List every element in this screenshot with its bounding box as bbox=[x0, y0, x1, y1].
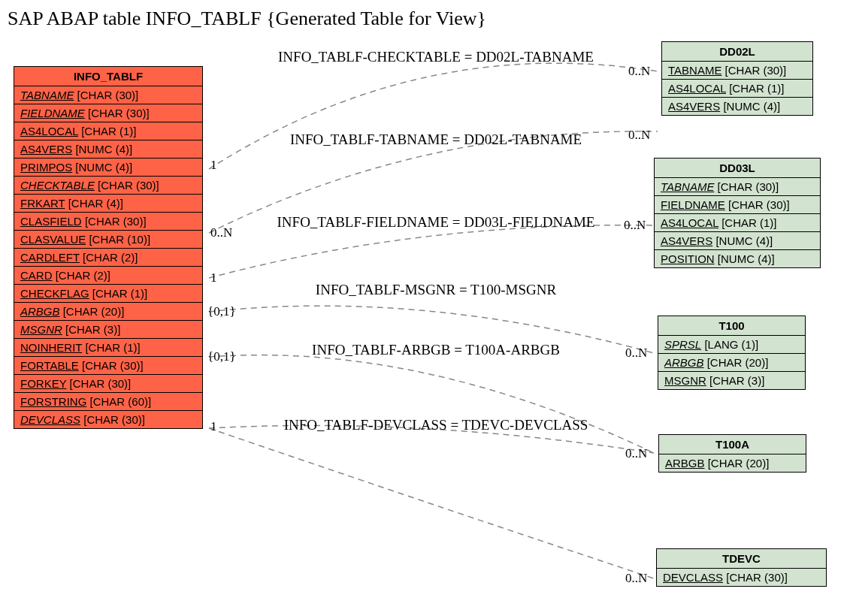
entity-field: CARD [CHAR (2)] bbox=[14, 267, 202, 285]
entity-t100: T100 SPRSL [LANG (1)]ARBGB [CHAR (20)]MS… bbox=[658, 316, 806, 390]
field-name: CARDLEFT bbox=[20, 251, 80, 264]
field-name: AS4LOCAL bbox=[661, 216, 718, 229]
field-type: [CHAR (30)] bbox=[98, 179, 159, 192]
entity-field: DEVCLASS [CHAR (30)] bbox=[657, 569, 826, 586]
entity-field: FORTABLE [CHAR (30)] bbox=[14, 357, 202, 375]
entity-header: DD03L bbox=[655, 159, 820, 178]
cardinality-right: 0..N bbox=[624, 218, 646, 233]
entity-field: ARBGB [CHAR (20)] bbox=[14, 303, 202, 321]
entity-field: ARBGB [CHAR (20)] bbox=[658, 354, 805, 372]
field-name: TABNAME bbox=[20, 89, 74, 101]
cardinality-left: {0,1} bbox=[207, 349, 236, 364]
entity-field: AS4VERS [NUMC (4)] bbox=[662, 98, 812, 115]
field-type: [CHAR (30)] bbox=[728, 198, 790, 211]
entity-field: AS4LOCAL [CHAR (1)] bbox=[14, 122, 202, 140]
cardinality-right: 0..N bbox=[625, 571, 647, 586]
field-name: DEVCLASS bbox=[20, 413, 80, 426]
field-type: [CHAR (30)] bbox=[88, 107, 150, 119]
entity-tdevc: TDEVC DEVCLASS [CHAR (30)] bbox=[656, 548, 827, 587]
field-type: [CHAR (30)] bbox=[77, 89, 139, 101]
field-name: PRIMPOS bbox=[20, 161, 72, 174]
field-name: AS4LOCAL bbox=[668, 82, 726, 95]
field-name: MSGNR bbox=[664, 374, 706, 387]
field-name: DEVCLASS bbox=[663, 571, 723, 584]
cardinality-right: 0..N bbox=[628, 128, 650, 143]
cardinality-right: 0..N bbox=[625, 346, 647, 361]
cardinality-right: 0..N bbox=[625, 446, 647, 461]
field-type: [CHAR (1)] bbox=[85, 341, 140, 354]
cardinality-right: 0..N bbox=[628, 64, 650, 79]
field-type: [CHAR (30)] bbox=[82, 359, 144, 372]
field-name: ARBGB bbox=[664, 356, 704, 369]
entity-field: FORSTRING [CHAR (60)] bbox=[14, 393, 202, 411]
field-type: [CHAR (60)] bbox=[90, 395, 152, 408]
field-type: [CHAR (30)] bbox=[70, 377, 132, 390]
field-type: [CHAR (20)] bbox=[707, 356, 769, 369]
field-type: [CHAR (3)] bbox=[709, 374, 764, 387]
field-type: [CHAR (20)] bbox=[63, 305, 125, 318]
entity-dd03l: DD03L TABNAME [CHAR (30)]FIELDNAME [CHAR… bbox=[654, 158, 821, 268]
field-name: TABNAME bbox=[668, 64, 721, 77]
field-name: CARD bbox=[20, 269, 53, 282]
entity-field: CLASVALUE [CHAR (10)] bbox=[14, 231, 202, 249]
field-name: CLASFIELD bbox=[20, 215, 82, 228]
entity-field: AS4VERS [NUMC (4)] bbox=[655, 232, 820, 250]
field-type: [CHAR (1)] bbox=[92, 287, 147, 300]
field-type: [CHAR (30)] bbox=[83, 413, 145, 426]
field-type: [CHAR (30)] bbox=[85, 215, 147, 228]
relation-label: INFO_TABLF-CHECKTABLE = DD02L-TABNAME bbox=[240, 49, 631, 65]
relation-label: INFO_TABLF-FIELDNAME = DD03L-FIELDNAME bbox=[240, 214, 631, 231]
entity-field: MSGNR [CHAR (3)] bbox=[658, 372, 805, 389]
field-name: AS4VERS bbox=[661, 234, 712, 247]
cardinality-left: 1 bbox=[210, 419, 217, 434]
field-name: SPRSL bbox=[664, 338, 701, 351]
relation-label: INFO_TABLF-DEVCLASS = TDEVC-DEVCLASS bbox=[240, 417, 631, 433]
field-type: [CHAR (30)] bbox=[726, 571, 788, 584]
field-name: FORTABLE bbox=[20, 359, 79, 372]
entity-field: AS4LOCAL [CHAR (1)] bbox=[655, 214, 820, 232]
entity-header: TDEVC bbox=[657, 549, 826, 569]
field-type: [LANG (1)] bbox=[704, 338, 758, 351]
entity-field: TABNAME [CHAR (30)] bbox=[14, 86, 202, 104]
field-name: AS4VERS bbox=[668, 100, 720, 113]
field-name: POSITION bbox=[661, 252, 715, 265]
cardinality-left: 0..N bbox=[210, 225, 232, 240]
field-type: [CHAR (2)] bbox=[83, 251, 138, 264]
relation-label: INFO_TABLF-TABNAME = DD02L-TABNAME bbox=[240, 131, 631, 148]
diagram-title: SAP ABAP table INFO_TABLF {Generated Tab… bbox=[8, 8, 486, 30]
field-name: FORKEY bbox=[20, 377, 66, 390]
entity-field: PRIMPOS [NUMC (4)] bbox=[14, 159, 202, 177]
entity-field: FIELDNAME [CHAR (30)] bbox=[14, 104, 202, 122]
field-name: FIELDNAME bbox=[20, 107, 85, 119]
field-name: CLASVALUE bbox=[20, 233, 86, 246]
field-name: ARBGB bbox=[20, 305, 60, 318]
entity-field: FRKART [CHAR (4)] bbox=[14, 195, 202, 213]
field-type: [CHAR (10)] bbox=[89, 233, 150, 246]
relation-label: INFO_TABLF-MSGNR = T100-MSGNR bbox=[240, 282, 631, 298]
field-type: [CHAR (2)] bbox=[56, 269, 110, 282]
entity-field: CHECKFLAG [CHAR (1)] bbox=[14, 285, 202, 303]
field-name: MSGNR bbox=[20, 323, 62, 336]
entity-field: MSGNR [CHAR (3)] bbox=[14, 321, 202, 339]
entity-field: CLASFIELD [CHAR (30)] bbox=[14, 213, 202, 231]
field-type: [CHAR (1)] bbox=[81, 125, 136, 137]
entity-dd02l: DD02L TABNAME [CHAR (30)]AS4LOCAL [CHAR … bbox=[661, 41, 813, 116]
entity-field: FORKEY [CHAR (30)] bbox=[14, 375, 202, 393]
entity-field: CHECKTABLE [CHAR (30)] bbox=[14, 177, 202, 195]
field-type: [NUMC (4)] bbox=[723, 100, 780, 113]
field-name: NOINHERIT bbox=[20, 341, 82, 354]
entity-header: DD02L bbox=[662, 42, 812, 62]
field-name: AS4LOCAL bbox=[20, 125, 78, 137]
field-type: [CHAR (30)] bbox=[725, 64, 787, 77]
entity-field: CARDLEFT [CHAR (2)] bbox=[14, 249, 202, 267]
field-name: CHECKFLAG bbox=[20, 287, 89, 300]
field-name: FIELDNAME bbox=[661, 198, 725, 211]
entity-field: TABNAME [CHAR (30)] bbox=[662, 62, 812, 80]
field-type: [CHAR (1)] bbox=[729, 82, 784, 95]
entity-header: T100 bbox=[658, 316, 805, 336]
field-name: AS4VERS bbox=[20, 143, 72, 156]
field-type: [CHAR (3)] bbox=[65, 323, 120, 336]
cardinality-left: 1 bbox=[210, 270, 217, 285]
entity-field: ARBGB [CHAR (20)] bbox=[659, 454, 806, 472]
field-type: [CHAR (1)] bbox=[721, 216, 776, 229]
